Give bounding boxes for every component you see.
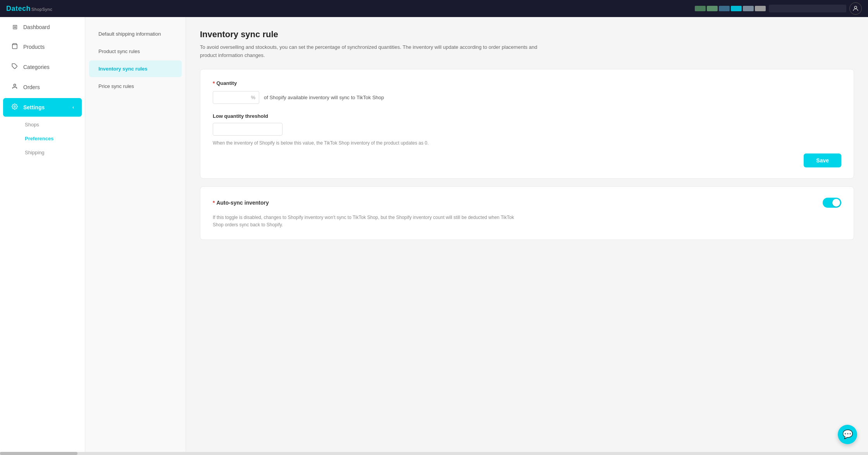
scrollbar-thumb[interactable] — [0, 452, 78, 455]
threshold-description: When the inventory of Shopify is below t… — [213, 140, 476, 146]
sidebar: ⊞ Dashboard Products Categories Orders — [0, 17, 85, 455]
quantity-row: % of Shopify available inventory will sy… — [213, 91, 841, 104]
settings-icon — [11, 103, 19, 111]
settings-submenu: Shops Preferences Shipping — [0, 117, 85, 160]
middle-item-default-shipping[interactable]: Default shipping information — [89, 26, 182, 42]
auto-sync-title: * Auto-sync inventory — [213, 200, 269, 206]
main-layout: ⊞ Dashboard Products Categories Orders — [0, 17, 868, 455]
auto-sync-card: * Auto-sync inventory ✓ If this toggle i… — [200, 186, 854, 240]
auto-sync-toggle[interactable]: ✓ — [823, 198, 841, 208]
sidebar-item-categories[interactable]: Categories — [3, 58, 82, 76]
sidebar-label-products: Products — [23, 44, 45, 50]
user-icon[interactable] — [849, 2, 862, 15]
auto-sync-header: * Auto-sync inventory ✓ — [213, 198, 841, 208]
auto-sync-description: If this toggle is disabled, changes to S… — [213, 214, 523, 229]
sidebar-label-orders: Orders — [23, 84, 40, 90]
app-name: Datech — [6, 5, 31, 12]
page-description: To avoid overselling and stockouts, you … — [200, 43, 549, 60]
percent-symbol: % — [251, 95, 255, 100]
categories-icon — [11, 63, 19, 71]
scrollbar-area[interactable] — [0, 452, 868, 455]
middle-item-price-sync[interactable]: Price sync rules — [89, 78, 182, 95]
products-icon — [11, 43, 19, 51]
auto-sync-required-star: * — [213, 200, 215, 206]
threshold-input[interactable] — [213, 123, 282, 136]
toggle-slider: ✓ — [823, 198, 841, 208]
toggle-check-icon: ✓ — [835, 200, 839, 205]
card-footer: Save — [213, 153, 841, 167]
app-subtitle: ShopSync — [31, 7, 52, 12]
topbar-right — [695, 2, 862, 15]
sidebar-item-products[interactable]: Products — [3, 38, 82, 56]
svg-point-4 — [14, 106, 16, 107]
sidebar-sub-preferences[interactable]: Preferences — [20, 132, 85, 145]
content-area: Inventory sync rule To avoid overselling… — [186, 17, 868, 455]
dashboard-icon: ⊞ — [11, 23, 19, 31]
sidebar-item-orders[interactable]: Orders — [3, 78, 82, 97]
toggle-wrap[interactable]: ✓ — [823, 198, 841, 208]
middle-item-product-sync[interactable]: Product sync rules — [89, 43, 182, 60]
topbar-search-bar — [769, 5, 846, 12]
quantity-input-wrap: % — [213, 91, 259, 104]
quantity-description: of Shopify available inventory will sync… — [264, 95, 384, 100]
app-logo: DatechShopSync — [6, 5, 52, 13]
quantity-field-label: * Quantity — [213, 80, 841, 86]
chat-icon: 💬 — [842, 429, 853, 439]
sidebar-label-categories: Categories — [23, 64, 50, 70]
color-bars — [695, 6, 766, 11]
required-star: * — [213, 80, 215, 86]
sidebar-item-dashboard[interactable]: ⊞ Dashboard — [3, 18, 82, 36]
svg-point-3 — [14, 84, 16, 86]
quantity-card: * Quantity % of Shopify available invent… — [200, 69, 854, 179]
orders-icon — [11, 83, 19, 91]
chat-fab-button[interactable]: 💬 — [838, 425, 857, 444]
sidebar-sub-shipping[interactable]: Shipping — [20, 146, 85, 159]
sidebar-label-settings: Settings — [23, 104, 45, 110]
chevron-icon: ‹ — [72, 105, 74, 110]
sidebar-item-settings[interactable]: Settings ‹ — [3, 98, 82, 117]
threshold-field-label: Low quantity threshold — [213, 113, 841, 119]
sidebar-label-dashboard: Dashboard — [23, 24, 50, 30]
sidebar-sub-shops[interactable]: Shops — [20, 118, 85, 131]
middle-item-inventory-sync[interactable]: Inventory sync rules — [89, 60, 182, 77]
page-title: Inventory sync rule — [200, 29, 854, 40]
middle-panel: Default shipping information Product syn… — [85, 17, 186, 455]
save-button[interactable]: Save — [804, 153, 841, 167]
svg-point-0 — [854, 6, 857, 9]
topbar: DatechShopSync — [0, 0, 868, 17]
